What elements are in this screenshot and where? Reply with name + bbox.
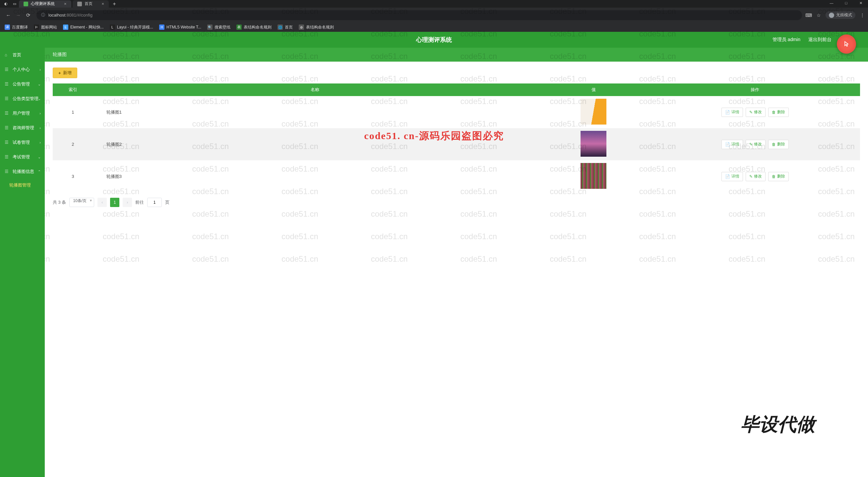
sidebar-item-home[interactable]: ⌂首页 xyxy=(0,48,45,62)
plus-icon: + xyxy=(58,71,61,75)
delete-button[interactable]: 🗑删除 xyxy=(768,140,789,149)
cell-name: 轮播图1 xyxy=(93,96,537,128)
window-close[interactable]: ✕ xyxy=(854,0,868,6)
browser-tab-1[interactable]: 心理测评系统 × xyxy=(19,0,71,8)
bookmark-icon: 🌐 xyxy=(278,25,283,30)
detail-button[interactable]: 📄详情 xyxy=(721,140,743,149)
reload-button[interactable]: ⟳ xyxy=(23,10,33,20)
exam-icon: ☰ xyxy=(5,155,10,160)
consult-icon: ☰ xyxy=(5,125,10,131)
avatar-button[interactable] xyxy=(837,34,856,54)
cell-actions: 📄详情 ✎修改 🗑删除 xyxy=(650,160,860,193)
sidebar-item-consult[interactable]: ☰咨询师管理› xyxy=(0,121,45,135)
app-header: 心理测评系统 管理员 admin 退出到前台 xyxy=(0,32,868,48)
sidebar: ⌂首页 ☰个人中心› ☰公告管理⌄ ☰公告类型管理⌄ ☰用户管理› ☰咨询师管理… xyxy=(0,48,45,477)
add-button[interactable]: + 新增 xyxy=(53,68,77,78)
browser-tab-2[interactable]: 首页 × xyxy=(72,0,109,8)
tab-favicon xyxy=(24,2,28,6)
cell-index: 2 xyxy=(53,128,93,160)
bookmark-item[interactable]: ⊘表结构命名规则 xyxy=(299,25,334,30)
bookmark-item[interactable]: HHTML5 Website T... xyxy=(159,25,201,30)
table-header-row: 索引 名称 值 操作 xyxy=(53,83,860,96)
sidebar-sub-carousel-mgr[interactable]: 轮播图管理 xyxy=(0,179,45,192)
table: 索引 名称 值 操作 1 轮播图1 xyxy=(53,83,860,193)
tab-label: 心理测评系统 xyxy=(31,1,55,7)
forward-button[interactable]: → xyxy=(13,10,23,20)
tab-close-icon[interactable]: × xyxy=(64,1,67,6)
detail-button[interactable]: 📄详情 xyxy=(721,108,743,117)
app-body: ⌂首页 ☰个人中心› ☰公告管理⌄ ☰公告类型管理⌄ ☰用户管理› ☰咨询师管理… xyxy=(0,48,868,477)
url-input[interactable]: ⓘ localhost:8081/#/config xyxy=(36,10,802,20)
sidebar-item-notice-type[interactable]: ☰公告类型管理⌄ xyxy=(0,92,45,106)
cell-index: 3 xyxy=(53,160,93,193)
thumbnail-image xyxy=(581,99,607,125)
address-bar: ← → ⟳ ⓘ localhost:8081/#/config ⌨ ☆ 无痕模式… xyxy=(0,8,868,23)
delete-button[interactable]: 🗑删除 xyxy=(768,108,789,117)
back-button[interactable]: ← xyxy=(3,10,13,20)
goto-page-input[interactable] xyxy=(147,198,162,207)
cell-thumb xyxy=(537,160,650,193)
detail-button[interactable]: 📄详情 xyxy=(721,172,743,181)
table-row: 3 轮播图3 📄详情 ✎修改 🗑删除 xyxy=(53,160,860,193)
add-label: 新增 xyxy=(63,70,72,76)
incognito-badge: 无痕模式 xyxy=(826,11,856,19)
incognito-label: 无痕模式 xyxy=(836,12,852,18)
sidebar-item-exam[interactable]: ☰考试管理⌄ xyxy=(0,150,45,164)
edit-button[interactable]: ✎修改 xyxy=(746,172,766,181)
bookmark-icon: H xyxy=(159,25,164,30)
edit-button[interactable]: ✎修改 xyxy=(746,108,766,117)
next-page-button[interactable]: › xyxy=(123,198,132,207)
paper-icon: ☰ xyxy=(5,140,10,145)
users-icon: ☰ xyxy=(5,111,10,116)
sidebar-item-profile[interactable]: ☰个人中心› xyxy=(0,62,45,77)
translate-icon[interactable]: ⌨ xyxy=(805,12,812,18)
notice-icon: ☰ xyxy=(5,81,10,87)
sidebar-item-carousel[interactable]: ☰轮播图信息⌃ xyxy=(0,164,45,179)
window-controls: — □ ✕ xyxy=(824,0,868,6)
bookmark-icon: E xyxy=(63,25,68,30)
window-min[interactable]: — xyxy=(824,0,839,6)
goto-suffix: 页 xyxy=(165,199,169,205)
sidebar-item-paper[interactable]: ☰试卷管理› xyxy=(0,135,45,150)
bookmark-item[interactable]: 🌐首页 xyxy=(278,25,293,30)
bookmark-icon: 🏳 xyxy=(34,25,39,30)
chevron-right-icon: › xyxy=(39,68,41,72)
th-value: 值 xyxy=(537,83,650,96)
sidebar-item-users[interactable]: ☰用户管理› xyxy=(0,106,45,121)
tab-close-icon[interactable]: × xyxy=(102,1,104,6)
edit-button[interactable]: ✎修改 xyxy=(746,140,766,149)
breadcrumb-bar: 轮播图 xyxy=(45,48,868,62)
image-icon: ☰ xyxy=(5,169,10,174)
prev-page-button[interactable]: ‹ xyxy=(97,198,107,207)
chevron-down-icon: ⌄ xyxy=(38,155,41,159)
window-max[interactable]: □ xyxy=(839,0,854,6)
trash-icon: 🗑 xyxy=(772,110,776,114)
bookmark-item[interactable]: 🏳图标网站 xyxy=(34,25,57,30)
bookmark-item[interactable]: EElement - 网站快... xyxy=(63,25,104,30)
bookmark-item[interactable]: 表表结构命名规则 xyxy=(237,25,272,30)
bookmark-icon: 译 xyxy=(5,25,10,30)
trash-icon: 🗑 xyxy=(772,142,776,147)
bookmark-item[interactable]: 译百度翻译 xyxy=(5,25,28,30)
chevron-right-icon: › xyxy=(39,126,41,130)
bookmark-icon: 表 xyxy=(237,25,242,30)
edit-icon: ✎ xyxy=(749,142,753,147)
app-icon: ▭ xyxy=(10,1,19,7)
admin-label[interactable]: 管理员 admin xyxy=(773,37,800,43)
bookmark-bar: 译百度翻译 🏳图标网站 EElement - 网站快... LLayui - 经… xyxy=(0,23,868,32)
bookmark-item[interactable]: 🔍搜索壁纸 xyxy=(207,25,230,30)
address-actions: ⌨ ☆ 无痕模式 ⋮ xyxy=(805,11,865,19)
doc-icon: 📄 xyxy=(725,110,730,114)
bookmark-item[interactable]: LLayui - 经典开源模... xyxy=(110,25,153,30)
edit-icon: ✎ xyxy=(749,174,753,179)
sidebar-item-notice[interactable]: ☰公告管理⌄ xyxy=(0,77,45,92)
delete-button[interactable]: 🗑删除 xyxy=(768,172,789,181)
new-tab-button[interactable]: + xyxy=(113,1,116,7)
star-icon[interactable]: ☆ xyxy=(816,12,821,18)
menu-icon[interactable]: ⋮ xyxy=(860,12,865,18)
logout-link[interactable]: 退出到前台 xyxy=(808,37,832,43)
pointer-icon xyxy=(843,41,850,47)
tab-strip: ◐ ▭ 心理测评系统 × 首页 × + xyxy=(0,0,868,8)
page-number-current[interactable]: 1 xyxy=(110,198,119,207)
page-size-select[interactable]: 10条/页 xyxy=(69,198,94,207)
